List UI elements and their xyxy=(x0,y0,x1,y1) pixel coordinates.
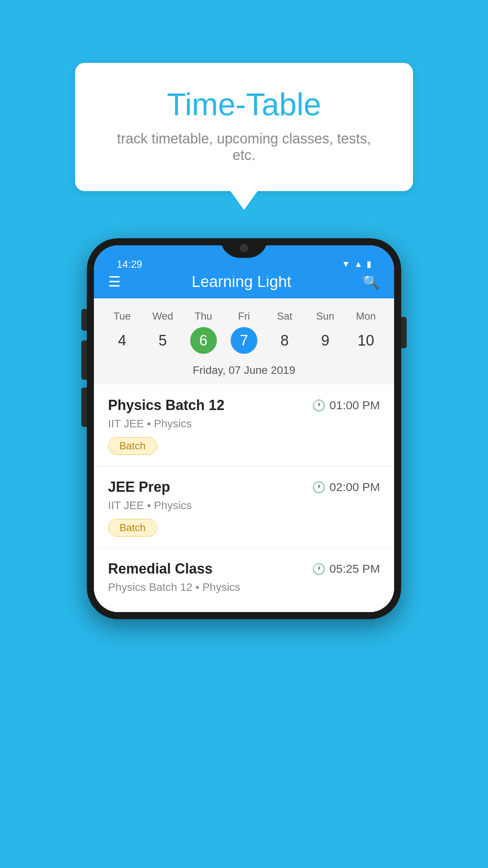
item-header: JEE Prep🕐 02:00 PM xyxy=(108,479,380,495)
selected-date-label: Friday, 07 June 2019 xyxy=(94,358,394,384)
batch-badge: Batch xyxy=(108,437,157,455)
status-time: 14:29 xyxy=(117,258,142,270)
day-number[interactable]: 5 xyxy=(149,327,176,354)
schedule-list: Physics Batch 12🕐 01:00 PMIIT JEE • Phys… xyxy=(94,384,394,612)
day-col[interactable]: Wed5 xyxy=(145,310,180,354)
day-col[interactable]: Sat8 xyxy=(267,310,302,354)
day-col[interactable]: Thu6 xyxy=(186,310,221,354)
signal-icon: ▲ xyxy=(354,259,363,269)
calendar-strip: Tue4Wed5Thu6Fri7Sat8Sun9Mon10 Friday, 07… xyxy=(94,298,394,384)
item-subtitle: IIT JEE • Physics xyxy=(108,417,380,430)
day-col[interactable]: Mon10 xyxy=(348,310,383,354)
day-col[interactable]: Fri7 xyxy=(226,310,262,354)
item-subtitle: Physics Batch 12 • Physics xyxy=(108,581,380,594)
day-number[interactable]: 6 xyxy=(190,327,217,354)
day-number[interactable]: 10 xyxy=(352,327,379,354)
phone-outer: 14:29 ▼ ▲ ▮ ☰ Learning Light 🔍 Tue4Wed5T… xyxy=(87,238,401,619)
day-number[interactable]: 4 xyxy=(109,327,136,354)
volume-up-button xyxy=(81,340,87,380)
day-number[interactable]: 7 xyxy=(231,327,257,354)
day-name: Mon xyxy=(356,310,376,322)
day-name: Wed xyxy=(152,310,173,322)
days-row: Tue4Wed5Thu6Fri7Sat8Sun9Mon10 xyxy=(94,306,394,358)
day-name: Sat xyxy=(277,310,292,322)
schedule-item[interactable]: Remedial Class🕐 05:25 PMPhysics Batch 12… xyxy=(94,548,394,612)
item-time: 🕐 02:00 PM xyxy=(312,480,380,494)
item-title: Physics Batch 12 xyxy=(108,397,224,414)
menu-icon[interactable]: ☰ xyxy=(108,275,121,289)
item-subtitle: IIT JEE • Physics xyxy=(108,499,380,512)
tooltip-title: Time-Table xyxy=(106,86,382,123)
camera xyxy=(240,244,248,252)
schedule-item[interactable]: Physics Batch 12🕐 01:00 PMIIT JEE • Phys… xyxy=(94,384,394,466)
day-name: Thu xyxy=(194,310,212,322)
day-number[interactable]: 9 xyxy=(312,327,339,354)
batch-badge: Batch xyxy=(108,519,157,537)
clock-icon: 🕐 xyxy=(312,399,326,412)
wifi-icon: ▼ xyxy=(341,259,350,269)
item-title: Remedial Class xyxy=(108,561,213,577)
item-time: 🕐 05:25 PM xyxy=(312,562,380,576)
item-time: 🕐 01:00 PM xyxy=(312,399,380,412)
battery-icon: ▮ xyxy=(367,259,371,269)
day-name: Sun xyxy=(316,310,334,322)
clock-icon: 🕐 xyxy=(312,563,326,576)
tooltip-card: Time-Table track timetable, upcoming cla… xyxy=(75,63,413,191)
day-col[interactable]: Tue4 xyxy=(105,310,140,354)
item-title: JEE Prep xyxy=(108,479,170,495)
day-name: Fri xyxy=(238,310,250,322)
mute-button xyxy=(81,309,87,331)
status-icons: ▼ ▲ ▮ xyxy=(341,259,371,269)
tooltip-subtitle: track timetable, upcoming classes, tests… xyxy=(106,131,382,164)
item-header: Remedial Class🕐 05:25 PM xyxy=(108,561,380,577)
item-header: Physics Batch 12🕐 01:00 PM xyxy=(108,397,380,414)
schedule-item[interactable]: JEE Prep🕐 02:00 PMIIT JEE • PhysicsBatch xyxy=(94,466,394,548)
day-col[interactable]: Sun9 xyxy=(308,310,343,354)
day-name: Tue xyxy=(114,310,131,322)
volume-down-button xyxy=(81,388,87,427)
phone-mockup: 14:29 ▼ ▲ ▮ ☰ Learning Light 🔍 Tue4Wed5T… xyxy=(87,238,401,619)
clock-icon: 🕐 xyxy=(312,481,326,494)
power-button xyxy=(401,317,407,348)
day-number[interactable]: 8 xyxy=(271,327,298,354)
phone-screen: 14:29 ▼ ▲ ▮ ☰ Learning Light 🔍 Tue4Wed5T… xyxy=(94,245,394,612)
